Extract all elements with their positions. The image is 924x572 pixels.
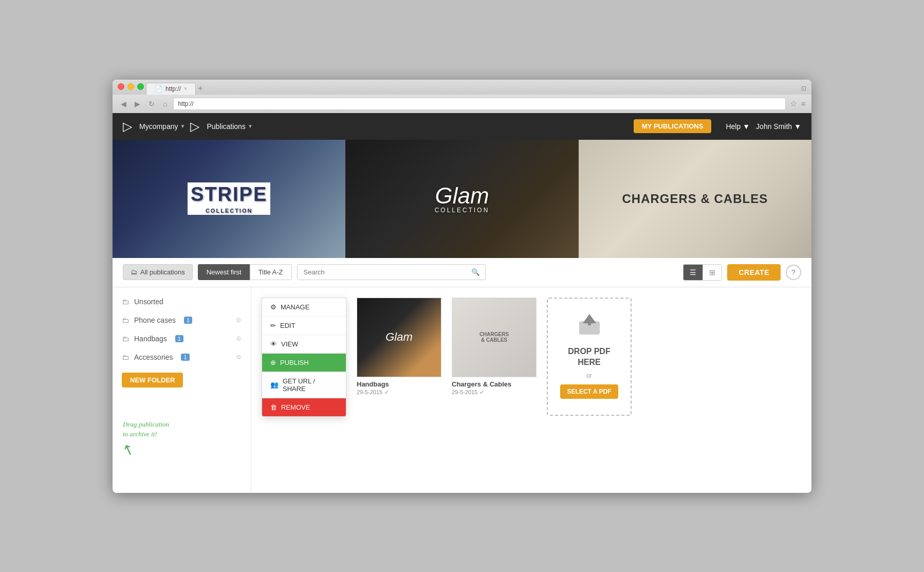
bookmark-icon[interactable]: ☆ [790,99,797,108]
hero-slide-chargers: CHARGERS & CABLES [579,140,811,258]
hero-chargers-title: CHARGERS & CABLES [622,192,768,206]
ctx-remove[interactable]: 🗑 REMOVE [262,398,346,416]
publications-grid: TABLET &PHONE CASES ⚙ MANAGE ✏ EDIT [251,287,811,493]
pub-title-1: Handbags [357,380,441,388]
maximize-dot[interactable] [137,83,144,90]
annotation-arrow-icon: ↗ [120,440,137,460]
search-icon-button[interactable]: 🔍 [466,265,485,280]
handbags-badge: 1 [175,335,183,342]
app-content: ▷ Mycompany ▼ ▷ Publications ▼ MY PUBLIC… [113,113,811,493]
all-publications-button[interactable]: 🗂 All publications [123,264,193,280]
ctx-publish[interactable]: ⊕ PUBLISH [262,354,346,372]
nav-bar: ▷ Mycompany ▼ ▷ Publications ▼ MY PUBLIC… [113,113,811,140]
upload-icon [577,314,602,341]
share-icon: 👥 [270,381,279,389]
address-input[interactable] [173,98,785,110]
sidebar-item-handbags[interactable]: 🗀 Handbags 1 ⚙ [113,329,251,348]
hamburger-menu-icon[interactable]: ≡ [801,100,805,108]
drop-zone[interactable]: DROP PDF HERE or SELECT A PDF [547,298,632,416]
manage-icon: ⚙ [270,303,276,311]
nav-arrow-icon: ▷ [123,119,132,134]
pub-date-2: 29-5-2015 ✓ [452,389,537,396]
new-folder-button[interactable]: NEW FOLDER [122,373,183,388]
sort-newest-button[interactable]: Newest first [198,264,250,280]
publication-card-2: CHARGERS& CABLES Chargers & Cables 29-5-… [452,298,537,416]
drop-or: or [586,372,592,379]
refresh-button[interactable]: ↻ [146,99,157,109]
gear-icon[interactable]: ⚙ [236,354,242,361]
nav-company[interactable]: Mycompany ▼ [134,122,190,131]
ctx-get-url[interactable]: 👥 GET URL / SHARE [262,372,346,398]
browser-tab[interactable]: 📄 http:// × [146,83,196,95]
hero-slide-glam: Glam COLLECTION [345,140,578,258]
nav-brand: ▷ Mycompany ▼ ▷ Publications ▼ [123,119,258,134]
window-controls [118,83,144,90]
minimize-dot[interactable] [127,83,134,90]
folder-icon: 🗀 [122,316,129,324]
folder-icon: 🗀 [122,298,129,306]
hero-slide-stripe: STRIPE COLLECTION [113,140,345,258]
pub-title-2: Chargers & Cables [452,380,537,388]
publish-icon: ⊕ [270,359,276,366]
user-menu[interactable]: John Smith ▼ [756,122,801,131]
my-publications-button[interactable]: MY PUBLICATIONS [634,119,711,133]
hero-glam-title: Glam COLLECTION [435,184,490,213]
user-caret-icon: ▼ [794,122,801,131]
context-menu: ⚙ MANAGE ✏ EDIT 👁 VIEW ⊕ [262,298,346,417]
pub-thumbnail-2[interactable]: CHARGERS& CABLES [452,298,537,377]
edit-icon: ✏ [270,322,276,329]
gear-icon[interactable]: ⚙ [236,317,242,324]
gear-icon[interactable]: ⚙ [236,335,242,342]
search-box: 🔍 [297,264,486,280]
help-menu[interactable]: Help ▼ [726,122,750,131]
forward-button[interactable]: ▶ [133,99,142,109]
publication-card-0: TABLET &PHONE CASES ⚙ MANAGE ✏ EDIT [262,298,346,416]
ctx-view[interactable]: 👁 VIEW [262,335,346,354]
tab-bar: 📄 http:// × + ⊡ [113,80,811,95]
help-caret-icon: ▼ [743,122,750,131]
sidebar-item-phonecases[interactable]: 🗀 Phone cases 1 ⚙ [113,311,251,329]
nav-separator-arrow: ▷ [190,119,199,134]
publication-card-1: Glam Handbags 29-5-2015 ✓ [357,298,441,416]
hero-banner: STRIPE COLLECTION Glam COLLECTION CHARGE… [113,140,811,258]
sidebar: 🗀 Unsorted 🗀 Phone cases 1 ⚙ 🗀 Hand [113,287,251,493]
status-icon-1: ✓ [384,389,389,396]
company-caret-icon: ▼ [180,123,185,129]
sort-title-button[interactable]: Title A-Z [250,264,292,280]
drop-text: DROP PDF HERE [556,346,623,368]
sort-group: Newest first Title A-Z [198,264,292,280]
home-button[interactable]: ⌂ [161,99,169,109]
pub-date-1: 29-5-2015 ✓ [357,389,441,396]
view-toggle: ☰ ⊞ [683,264,722,281]
remove-icon: 🗑 [270,403,277,411]
accessories-badge: 1 [181,354,189,361]
status-icon-2: ✓ [479,389,484,396]
annotation-area: Drag publication to archive it! ↗ [113,419,251,458]
ctx-manage[interactable]: ⚙ MANAGE [262,298,346,317]
tab-title: http:// [165,85,181,93]
new-tab-button[interactable]: + [198,84,202,93]
help-circle-button[interactable]: ? [786,265,801,280]
tab-icon: 📄 [155,85,162,93]
view-icon: 👁 [270,340,277,348]
search-input[interactable] [298,265,466,280]
create-button[interactable]: CREATE [727,264,781,281]
close-dot[interactable] [118,83,124,90]
phone-cases-badge: 1 [184,317,192,324]
list-view-button[interactable]: ☰ [683,265,703,280]
sidebar-item-unsorted[interactable]: 🗀 Unsorted [113,292,251,311]
grid-view-button[interactable]: ⊞ [703,265,722,280]
nav-publications[interactable]: Publications ▼ [201,122,257,131]
window-maximize-icon[interactable]: ⊡ [801,85,806,92]
back-button[interactable]: ◀ [119,99,128,109]
publications-caret-icon: ▼ [248,123,253,129]
main-content: 🗀 Unsorted 🗀 Phone cases 1 ⚙ 🗀 Hand [113,287,811,493]
pub-thumbnail-1[interactable]: Glam [357,298,441,377]
ctx-edit[interactable]: ✏ EDIT [262,317,346,335]
hero-stripe-title: STRIPE COLLECTION [188,182,270,215]
sidebar-item-accessories[interactable]: 🗀 Accessories 1 ⚙ [113,348,251,366]
filter-bar: 🗂 All publications Newest first Title A-… [113,258,811,287]
tab-close-button[interactable]: × [184,86,187,91]
folder-icon: 🗀 [122,353,129,361]
select-pdf-button[interactable]: SELECT A PDF [560,384,619,399]
